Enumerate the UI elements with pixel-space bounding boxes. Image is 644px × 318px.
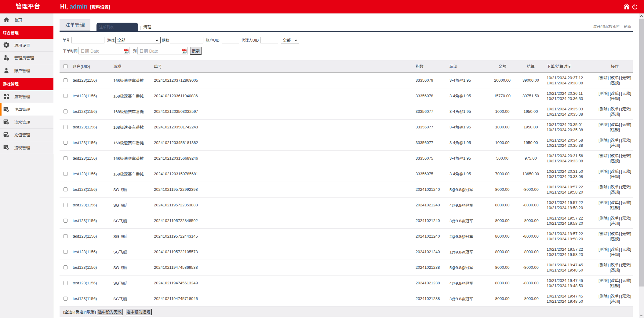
svg-text:31: 31 (125, 50, 127, 53)
svg-text:31: 31 (183, 50, 185, 53)
